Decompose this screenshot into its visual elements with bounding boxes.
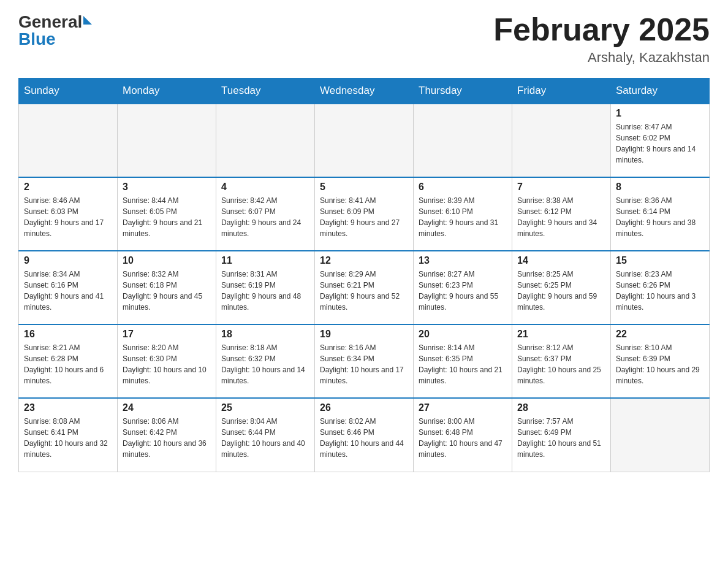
day-info: Sunrise: 8:47 AMSunset: 6:02 PMDaylight:… bbox=[616, 121, 704, 166]
calendar-day bbox=[414, 104, 512, 177]
calendar-week-row: 23Sunrise: 8:08 AMSunset: 6:41 PMDayligh… bbox=[19, 398, 710, 472]
day-info: Sunrise: 8:27 AMSunset: 6:23 PMDaylight:… bbox=[419, 269, 507, 313]
day-number: 21 bbox=[517, 329, 605, 340]
calendar-day: 6Sunrise: 8:39 AMSunset: 6:10 PMDaylight… bbox=[414, 177, 512, 251]
day-number: 13 bbox=[419, 255, 507, 266]
day-info: Sunrise: 8:23 AMSunset: 6:26 PMDaylight:… bbox=[616, 269, 704, 313]
day-number: 19 bbox=[320, 329, 408, 340]
day-number: 11 bbox=[221, 255, 309, 266]
day-info: Sunrise: 8:36 AMSunset: 6:14 PMDaylight:… bbox=[616, 195, 704, 239]
calendar-day: 21Sunrise: 8:12 AMSunset: 6:37 PMDayligh… bbox=[512, 324, 611, 398]
calendar-day bbox=[315, 104, 414, 177]
page-header: General Blue February 2025 Arshaly, Kaza… bbox=[18, 12, 710, 66]
logo: General Blue bbox=[18, 12, 92, 49]
day-info: Sunrise: 8:00 AMSunset: 6:48 PMDaylight:… bbox=[419, 416, 507, 460]
header-monday: Monday bbox=[118, 79, 216, 104]
day-number: 4 bbox=[221, 182, 309, 193]
day-number: 7 bbox=[517, 182, 605, 193]
day-info: Sunrise: 8:31 AMSunset: 6:19 PMDaylight:… bbox=[221, 269, 309, 313]
calendar-day: 23Sunrise: 8:08 AMSunset: 6:41 PMDayligh… bbox=[19, 398, 118, 472]
day-info: Sunrise: 8:20 AMSunset: 6:30 PMDaylight:… bbox=[123, 342, 211, 386]
calendar-week-row: 16Sunrise: 8:21 AMSunset: 6:28 PMDayligh… bbox=[19, 324, 710, 398]
day-info: Sunrise: 8:25 AMSunset: 6:25 PMDaylight:… bbox=[517, 269, 605, 313]
day-info: Sunrise: 8:32 AMSunset: 6:18 PMDaylight:… bbox=[123, 269, 211, 313]
day-info: Sunrise: 8:16 AMSunset: 6:34 PMDaylight:… bbox=[320, 342, 408, 386]
calendar-day: 12Sunrise: 8:29 AMSunset: 6:21 PMDayligh… bbox=[315, 251, 414, 324]
day-number: 25 bbox=[221, 402, 309, 413]
day-number: 3 bbox=[123, 182, 211, 193]
calendar-week-row: 2Sunrise: 8:46 AMSunset: 6:03 PMDaylight… bbox=[19, 177, 710, 251]
calendar-day: 26Sunrise: 8:02 AMSunset: 6:46 PMDayligh… bbox=[315, 398, 414, 472]
header-wednesday: Wednesday bbox=[315, 79, 414, 104]
day-number: 10 bbox=[123, 255, 211, 266]
calendar-day: 10Sunrise: 8:32 AMSunset: 6:18 PMDayligh… bbox=[118, 251, 216, 324]
day-number: 6 bbox=[419, 182, 507, 193]
day-info: Sunrise: 8:14 AMSunset: 6:35 PMDaylight:… bbox=[419, 342, 507, 386]
day-number: 27 bbox=[419, 402, 507, 413]
day-number: 22 bbox=[616, 329, 704, 340]
day-info: Sunrise: 8:04 AMSunset: 6:44 PMDaylight:… bbox=[221, 416, 309, 460]
day-number: 14 bbox=[517, 255, 605, 266]
month-title: February 2025 bbox=[493, 12, 710, 47]
day-number: 15 bbox=[616, 255, 704, 266]
day-info: Sunrise: 8:29 AMSunset: 6:21 PMDaylight:… bbox=[320, 269, 408, 313]
calendar-day: 16Sunrise: 8:21 AMSunset: 6:28 PMDayligh… bbox=[19, 324, 118, 398]
day-info: Sunrise: 8:10 AMSunset: 6:39 PMDaylight:… bbox=[616, 342, 704, 386]
calendar-day: 5Sunrise: 8:41 AMSunset: 6:09 PMDaylight… bbox=[315, 177, 414, 251]
calendar-day: 18Sunrise: 8:18 AMSunset: 6:32 PMDayligh… bbox=[216, 324, 315, 398]
calendar-day: 3Sunrise: 8:44 AMSunset: 6:05 PMDaylight… bbox=[118, 177, 216, 251]
calendar-day: 1Sunrise: 8:47 AMSunset: 6:02 PMDaylight… bbox=[611, 104, 710, 177]
day-number: 5 bbox=[320, 182, 408, 193]
header-saturday: Saturday bbox=[611, 79, 710, 104]
day-info: Sunrise: 8:38 AMSunset: 6:12 PMDaylight:… bbox=[517, 195, 605, 239]
day-info: Sunrise: 8:12 AMSunset: 6:37 PMDaylight:… bbox=[517, 342, 605, 386]
day-number: 28 bbox=[517, 402, 605, 413]
day-info: Sunrise: 8:46 AMSunset: 6:03 PMDaylight:… bbox=[24, 195, 112, 239]
calendar-day: 11Sunrise: 8:31 AMSunset: 6:19 PMDayligh… bbox=[216, 251, 315, 324]
calendar-day: 8Sunrise: 8:36 AMSunset: 6:14 PMDaylight… bbox=[611, 177, 710, 251]
calendar-week-row: 1Sunrise: 8:47 AMSunset: 6:02 PMDaylight… bbox=[19, 104, 710, 177]
day-info: Sunrise: 8:34 AMSunset: 6:16 PMDaylight:… bbox=[24, 269, 112, 313]
calendar-day: 9Sunrise: 8:34 AMSunset: 6:16 PMDaylight… bbox=[19, 251, 118, 324]
day-number: 12 bbox=[320, 255, 408, 266]
calendar-day bbox=[19, 104, 118, 177]
day-info: Sunrise: 8:06 AMSunset: 6:42 PMDaylight:… bbox=[123, 416, 211, 460]
header-thursday: Thursday bbox=[414, 79, 512, 104]
day-number: 18 bbox=[221, 329, 309, 340]
calendar-day: 13Sunrise: 8:27 AMSunset: 6:23 PMDayligh… bbox=[414, 251, 512, 324]
day-info: Sunrise: 7:57 AMSunset: 6:49 PMDaylight:… bbox=[517, 416, 605, 460]
calendar-day: 19Sunrise: 8:16 AMSunset: 6:34 PMDayligh… bbox=[315, 324, 414, 398]
day-info: Sunrise: 8:42 AMSunset: 6:07 PMDaylight:… bbox=[221, 195, 309, 239]
calendar-day: 2Sunrise: 8:46 AMSunset: 6:03 PMDaylight… bbox=[19, 177, 118, 251]
calendar-day: 27Sunrise: 8:00 AMSunset: 6:48 PMDayligh… bbox=[414, 398, 512, 472]
calendar-day: 24Sunrise: 8:06 AMSunset: 6:42 PMDayligh… bbox=[118, 398, 216, 472]
header-sunday: Sunday bbox=[19, 79, 118, 104]
day-info: Sunrise: 8:02 AMSunset: 6:46 PMDaylight:… bbox=[320, 416, 408, 460]
day-info: Sunrise: 8:08 AMSunset: 6:41 PMDaylight:… bbox=[24, 416, 112, 460]
header-friday: Friday bbox=[512, 79, 611, 104]
day-number: 8 bbox=[616, 182, 704, 193]
day-number: 17 bbox=[123, 329, 211, 340]
calendar-week-row: 9Sunrise: 8:34 AMSunset: 6:16 PMDaylight… bbox=[19, 251, 710, 324]
calendar-day bbox=[216, 104, 315, 177]
calendar-day: 17Sunrise: 8:20 AMSunset: 6:30 PMDayligh… bbox=[118, 324, 216, 398]
title-block: February 2025 Arshaly, Kazakhstan bbox=[493, 12, 710, 66]
day-number: 1 bbox=[616, 108, 704, 119]
calendar-day bbox=[118, 104, 216, 177]
day-info: Sunrise: 8:39 AMSunset: 6:10 PMDaylight:… bbox=[419, 195, 507, 239]
calendar-day bbox=[611, 398, 710, 472]
calendar-day: 7Sunrise: 8:38 AMSunset: 6:12 PMDaylight… bbox=[512, 177, 611, 251]
calendar-day: 25Sunrise: 8:04 AMSunset: 6:44 PMDayligh… bbox=[216, 398, 315, 472]
calendar-header-row: Sunday Monday Tuesday Wednesday Thursday… bbox=[19, 79, 710, 104]
day-info: Sunrise: 8:44 AMSunset: 6:05 PMDaylight:… bbox=[123, 195, 211, 239]
calendar-day: 20Sunrise: 8:14 AMSunset: 6:35 PMDayligh… bbox=[414, 324, 512, 398]
header-tuesday: Tuesday bbox=[216, 79, 315, 104]
day-number: 9 bbox=[24, 255, 112, 266]
calendar-day: 28Sunrise: 7:57 AMSunset: 6:49 PMDayligh… bbox=[512, 398, 611, 472]
location: Arshaly, Kazakhstan bbox=[493, 50, 710, 66]
calendar-day: 4Sunrise: 8:42 AMSunset: 6:07 PMDaylight… bbox=[216, 177, 315, 251]
logo-arrow-icon bbox=[83, 16, 92, 25]
logo-blue-text: Blue bbox=[18, 29, 92, 49]
day-number: 16 bbox=[24, 329, 112, 340]
day-number: 20 bbox=[419, 329, 507, 340]
